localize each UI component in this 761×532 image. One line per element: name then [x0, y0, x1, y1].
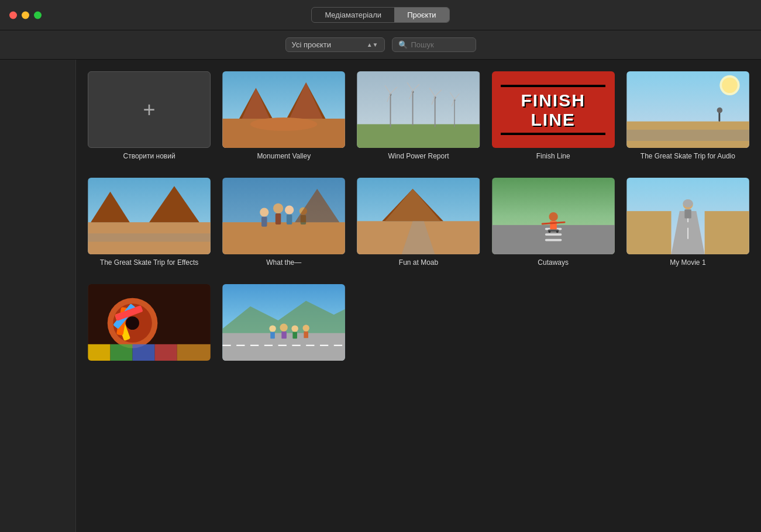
svg-point-66 [548, 230, 550, 233]
svg-point-43 [260, 208, 268, 216]
svg-rect-44 [261, 217, 267, 227]
project-title: Monument Valley [257, 152, 311, 161]
main-tab-group: Медіаматеріали Проєкти [311, 7, 449, 23]
content-area: + Створити новий [0, 60, 761, 532]
project-title: My Movie 1 [670, 258, 705, 268]
toolbar: Усі проєкти ▲▼ 🔍 [0, 30, 761, 60]
project-title: The Great Skate Trip for Audio [641, 152, 735, 161]
new-project-item[interactable]: + Створити новий [88, 71, 211, 161]
project-title: Finish Line [536, 152, 570, 161]
project-thumbnail [357, 71, 480, 148]
list-item[interactable]: My Movie 1 [626, 178, 749, 268]
svg-point-84 [126, 316, 139, 330]
project-thumbnail [492, 178, 615, 254]
filter-label: Усі проєкти [292, 40, 332, 49]
project-title: Wind Power Report [388, 152, 449, 161]
svg-point-6 [250, 118, 317, 131]
tab-projects[interactable]: Проєкти [394, 8, 449, 22]
sidebar [0, 60, 76, 532]
finish-line-word2: LINE [531, 110, 576, 129]
svg-rect-85 [88, 344, 110, 361]
svg-rect-89 [177, 344, 211, 361]
chevron-down-icon: ▲▼ [367, 42, 378, 48]
svg-point-34 [717, 108, 722, 113]
search-box: 🔍 [392, 37, 476, 52]
svg-rect-88 [155, 344, 177, 361]
project-thumbnail [88, 284, 211, 361]
list-item[interactable]: Fun at Moab [357, 178, 480, 268]
list-item[interactable] [88, 284, 211, 365]
project-thumbnail [626, 71, 749, 148]
svg-rect-75 [684, 209, 691, 218]
filter-dropdown[interactable]: Усі проєкти ▲▼ [285, 37, 385, 52]
list-item[interactable]: FINISH LINE Finish Line [492, 71, 615, 161]
project-title: Створити новий [123, 152, 175, 161]
svg-rect-60 [545, 233, 562, 236]
finish-line-bar-bottom [501, 133, 605, 135]
project-thumbnail [222, 178, 345, 254]
svg-point-47 [285, 206, 294, 215]
svg-rect-87 [133, 344, 155, 361]
new-project-thumbnail: + [88, 71, 211, 148]
project-title: Cutaways [538, 258, 569, 268]
list-item[interactable]: Wind Power Report [357, 71, 480, 161]
list-item[interactable]: What the— [222, 178, 345, 268]
svg-point-67 [556, 230, 558, 233]
svg-rect-61 [545, 239, 562, 241]
project-thumbnail [88, 178, 211, 254]
svg-rect-46 [276, 213, 281, 224]
search-input[interactable] [411, 40, 470, 49]
projects-area: + Створити новий [76, 60, 761, 532]
project-thumbnail: FINISH LINE [492, 71, 615, 148]
svg-point-31 [722, 77, 738, 93]
svg-rect-8 [357, 124, 480, 148]
svg-rect-48 [287, 215, 292, 224]
project-thumbnail [222, 71, 345, 148]
svg-rect-95 [270, 332, 275, 338]
close-button[interactable] [9, 11, 17, 19]
project-title: Fun at Moab [399, 258, 438, 268]
svg-point-76 [683, 199, 693, 207]
svg-rect-101 [304, 331, 309, 338]
svg-rect-97 [281, 331, 287, 338]
svg-rect-40 [88, 233, 210, 241]
svg-rect-73 [704, 211, 749, 254]
list-item[interactable]: The Great Skate Trip for Effects [88, 178, 211, 268]
project-title: The Great Skate Trip for Effects [100, 258, 199, 268]
projects-grid: + Створити новий [88, 71, 749, 365]
plus-icon: + [143, 99, 156, 120]
svg-point-96 [280, 324, 288, 331]
maximize-button[interactable] [34, 11, 42, 19]
finish-line-word1: FINISH [521, 91, 586, 110]
svg-rect-42 [223, 222, 345, 254]
project-thumbnail [222, 284, 345, 361]
project-thumbnail [357, 178, 480, 254]
tab-media[interactable]: Медіаматеріали [312, 8, 394, 22]
titlebar: Медіаматеріали Проєкти [0, 0, 761, 30]
svg-point-45 [273, 203, 283, 213]
list-item[interactable]: Monument Valley [222, 71, 345, 161]
svg-point-62 [549, 212, 557, 221]
minimize-button[interactable] [22, 11, 29, 19]
list-item[interactable]: Cutaways [492, 178, 615, 268]
search-icon: 🔍 [398, 40, 408, 49]
svg-rect-99 [293, 332, 298, 338]
project-title: What the— [266, 258, 301, 268]
svg-point-94 [270, 325, 276, 331]
svg-point-98 [292, 325, 298, 331]
svg-rect-35 [626, 130, 749, 141]
finish-line-artwork: FINISH LINE [492, 71, 615, 148]
project-thumbnail [626, 178, 749, 254]
svg-point-100 [303, 324, 309, 331]
list-item[interactable] [222, 284, 345, 365]
svg-rect-72 [626, 211, 671, 254]
svg-rect-86 [110, 344, 132, 361]
window-controls [9, 11, 42, 19]
list-item[interactable]: The Great Skate Trip for Audio [626, 71, 749, 161]
finish-line-bar-top [501, 85, 605, 87]
